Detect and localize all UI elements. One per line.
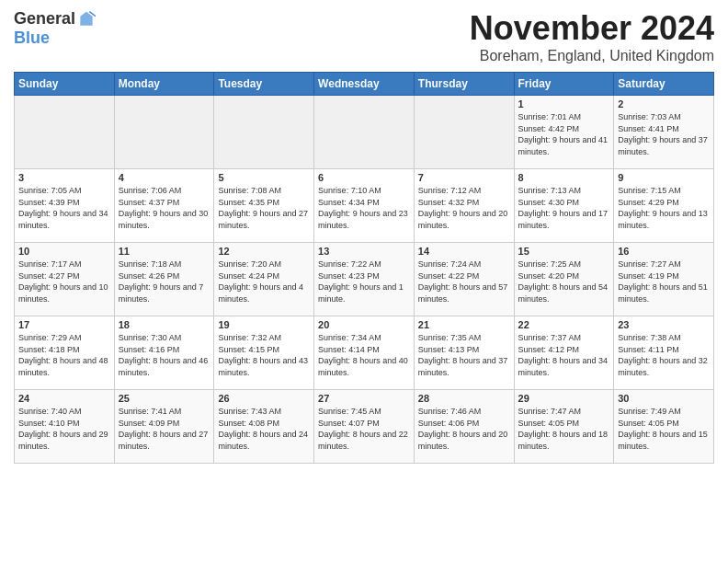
week-row-4: 17Sunrise: 7:29 AM Sunset: 4:18 PM Dayli…: [15, 316, 714, 390]
calendar-cell: 30Sunrise: 7:49 AM Sunset: 4:05 PM Dayli…: [614, 390, 714, 464]
day-number: 11: [119, 246, 210, 257]
week-row-3: 10Sunrise: 7:17 AM Sunset: 4:27 PM Dayli…: [15, 243, 714, 316]
day-info: Sunrise: 7:13 AM Sunset: 4:30 PM Dayligh…: [518, 185, 610, 231]
calendar-cell: 27Sunrise: 7:45 AM Sunset: 4:07 PM Dayli…: [314, 390, 415, 464]
calendar-cell: 5Sunrise: 7:08 AM Sunset: 4:35 PM Daylig…: [214, 169, 314, 243]
day-number: 14: [418, 246, 510, 257]
header-day-wednesday: Wednesday: [314, 73, 415, 96]
day-number: 17: [18, 319, 110, 330]
day-info: Sunrise: 7:32 AM Sunset: 4:15 PM Dayligh…: [218, 332, 310, 378]
day-info: Sunrise: 7:22 AM Sunset: 4:23 PM Dayligh…: [318, 259, 410, 304]
day-info: Sunrise: 7:25 AM Sunset: 4:20 PM Dayligh…: [518, 259, 610, 304]
calendar-cell: 9Sunrise: 7:15 AM Sunset: 4:29 PM Daylig…: [614, 169, 714, 243]
day-info: Sunrise: 7:30 AM Sunset: 4:16 PM Dayligh…: [119, 332, 210, 378]
day-number: 23: [618, 319, 710, 330]
day-info: Sunrise: 7:15 AM Sunset: 4:29 PM Dayligh…: [618, 185, 710, 231]
calendar-cell: [414, 96, 514, 169]
calendar-cell: 29Sunrise: 7:47 AM Sunset: 4:05 PM Dayli…: [514, 390, 614, 464]
month-title: November 2024: [470, 9, 714, 48]
week-row-5: 24Sunrise: 7:40 AM Sunset: 4:10 PM Dayli…: [15, 390, 714, 464]
day-info: Sunrise: 7:27 AM Sunset: 4:19 PM Dayligh…: [618, 259, 710, 304]
calendar-cell: 26Sunrise: 7:43 AM Sunset: 4:08 PM Dayli…: [214, 390, 314, 464]
calendar-cell: 1Sunrise: 7:01 AM Sunset: 4:42 PM Daylig…: [514, 96, 614, 169]
calendar-cell: 3Sunrise: 7:05 AM Sunset: 4:39 PM Daylig…: [15, 169, 115, 243]
day-number: 5: [218, 172, 310, 183]
calendar-cell: 20Sunrise: 7:34 AM Sunset: 4:14 PM Dayli…: [314, 316, 415, 390]
day-info: Sunrise: 7:06 AM Sunset: 4:37 PM Dayligh…: [119, 185, 210, 231]
day-info: Sunrise: 7:40 AM Sunset: 4:10 PM Dayligh…: [18, 406, 110, 452]
header-day-tuesday: Tuesday: [214, 73, 314, 96]
day-info: Sunrise: 7:10 AM Sunset: 4:34 PM Dayligh…: [318, 185, 410, 231]
calendar-cell: [314, 96, 415, 169]
day-number: 1: [518, 98, 610, 109]
day-number: 21: [418, 319, 510, 330]
calendar-cell: 2Sunrise: 7:03 AM Sunset: 4:41 PM Daylig…: [614, 96, 714, 169]
day-info: Sunrise: 7:20 AM Sunset: 4:24 PM Dayligh…: [218, 259, 310, 304]
logo: General Blue: [14, 9, 96, 48]
day-info: Sunrise: 7:45 AM Sunset: 4:07 PM Dayligh…: [318, 406, 410, 452]
day-number: 25: [119, 393, 210, 404]
day-info: Sunrise: 7:05 AM Sunset: 4:39 PM Dayligh…: [18, 185, 110, 231]
day-number: 24: [18, 393, 110, 404]
day-number: 16: [618, 246, 710, 257]
calendar-table: SundayMondayTuesdayWednesdayThursdayFrid…: [14, 72, 714, 464]
header-day-saturday: Saturday: [614, 73, 714, 96]
day-number: 27: [318, 393, 410, 404]
day-number: 3: [18, 172, 110, 183]
day-info: Sunrise: 7:41 AM Sunset: 4:09 PM Dayligh…: [119, 406, 210, 452]
header-day-sunday: Sunday: [15, 73, 115, 96]
day-number: 13: [318, 246, 410, 257]
day-info: Sunrise: 7:47 AM Sunset: 4:05 PM Dayligh…: [518, 406, 610, 452]
day-number: 7: [418, 172, 510, 183]
day-number: 20: [318, 319, 410, 330]
day-info: Sunrise: 7:18 AM Sunset: 4:26 PM Dayligh…: [119, 259, 210, 304]
day-info: Sunrise: 7:43 AM Sunset: 4:08 PM Dayligh…: [218, 406, 310, 452]
day-info: Sunrise: 7:34 AM Sunset: 4:14 PM Dayligh…: [318, 332, 410, 378]
day-info: Sunrise: 7:37 AM Sunset: 4:12 PM Dayligh…: [518, 332, 610, 378]
header-row: SundayMondayTuesdayWednesdayThursdayFrid…: [15, 73, 714, 96]
day-info: Sunrise: 7:24 AM Sunset: 4:22 PM Dayligh…: [418, 259, 510, 304]
logo-blue-text: Blue: [14, 29, 50, 48]
calendar-cell: 8Sunrise: 7:13 AM Sunset: 4:30 PM Daylig…: [514, 169, 614, 243]
calendar-cell: 21Sunrise: 7:35 AM Sunset: 4:13 PM Dayli…: [414, 316, 514, 390]
day-info: Sunrise: 7:01 AM Sunset: 4:42 PM Dayligh…: [518, 111, 610, 157]
header-day-friday: Friday: [514, 73, 614, 96]
day-info: Sunrise: 7:49 AM Sunset: 4:05 PM Dayligh…: [618, 406, 710, 452]
calendar-cell: 4Sunrise: 7:06 AM Sunset: 4:37 PM Daylig…: [114, 169, 214, 243]
calendar-cell: 13Sunrise: 7:22 AM Sunset: 4:23 PM Dayli…: [314, 243, 415, 316]
week-row-2: 3Sunrise: 7:05 AM Sunset: 4:39 PM Daylig…: [15, 169, 714, 243]
day-number: 8: [518, 172, 610, 183]
calendar-cell: [114, 96, 214, 169]
calendar-cell: 28Sunrise: 7:46 AM Sunset: 4:06 PM Dayli…: [414, 390, 514, 464]
day-number: 2: [618, 98, 710, 109]
title-block: November 2024 Boreham, England, United K…: [470, 9, 714, 64]
calendar-cell: 12Sunrise: 7:20 AM Sunset: 4:24 PM Dayli…: [214, 243, 314, 316]
calendar-cell: [15, 96, 115, 169]
calendar-cell: 10Sunrise: 7:17 AM Sunset: 4:27 PM Dayli…: [15, 243, 115, 316]
calendar-cell: 7Sunrise: 7:12 AM Sunset: 4:32 PM Daylig…: [414, 169, 514, 243]
day-number: 15: [518, 246, 610, 257]
calendar-cell: 11Sunrise: 7:18 AM Sunset: 4:26 PM Dayli…: [114, 243, 214, 316]
day-info: Sunrise: 7:17 AM Sunset: 4:27 PM Dayligh…: [18, 259, 110, 304]
day-info: Sunrise: 7:35 AM Sunset: 4:13 PM Dayligh…: [418, 332, 510, 378]
day-number: 9: [618, 172, 710, 183]
calendar-cell: 17Sunrise: 7:29 AM Sunset: 4:18 PM Dayli…: [15, 316, 115, 390]
day-info: Sunrise: 7:46 AM Sunset: 4:06 PM Dayligh…: [418, 406, 510, 452]
calendar-cell: 18Sunrise: 7:30 AM Sunset: 4:16 PM Dayli…: [114, 316, 214, 390]
day-number: 12: [218, 246, 310, 257]
day-number: 22: [518, 319, 610, 330]
calendar-cell: 14Sunrise: 7:24 AM Sunset: 4:22 PM Dayli…: [414, 243, 514, 316]
day-number: 6: [318, 172, 410, 183]
day-number: 30: [618, 393, 710, 404]
calendar-cell: 22Sunrise: 7:37 AM Sunset: 4:12 PM Dayli…: [514, 316, 614, 390]
day-number: 10: [18, 246, 110, 257]
logo-general-text: General: [14, 9, 75, 29]
day-info: Sunrise: 7:38 AM Sunset: 4:11 PM Dayligh…: [618, 332, 710, 378]
calendar-cell: 23Sunrise: 7:38 AM Sunset: 4:11 PM Dayli…: [614, 316, 714, 390]
header-day-monday: Monday: [114, 73, 214, 96]
calendar-cell: 19Sunrise: 7:32 AM Sunset: 4:15 PM Dayli…: [214, 316, 314, 390]
calendar-cell: 25Sunrise: 7:41 AM Sunset: 4:09 PM Dayli…: [114, 390, 214, 464]
header: General Blue November 2024 Boreham, Engl…: [14, 9, 714, 64]
day-info: Sunrise: 7:29 AM Sunset: 4:18 PM Dayligh…: [18, 332, 110, 378]
day-info: Sunrise: 7:03 AM Sunset: 4:41 PM Dayligh…: [618, 111, 710, 157]
